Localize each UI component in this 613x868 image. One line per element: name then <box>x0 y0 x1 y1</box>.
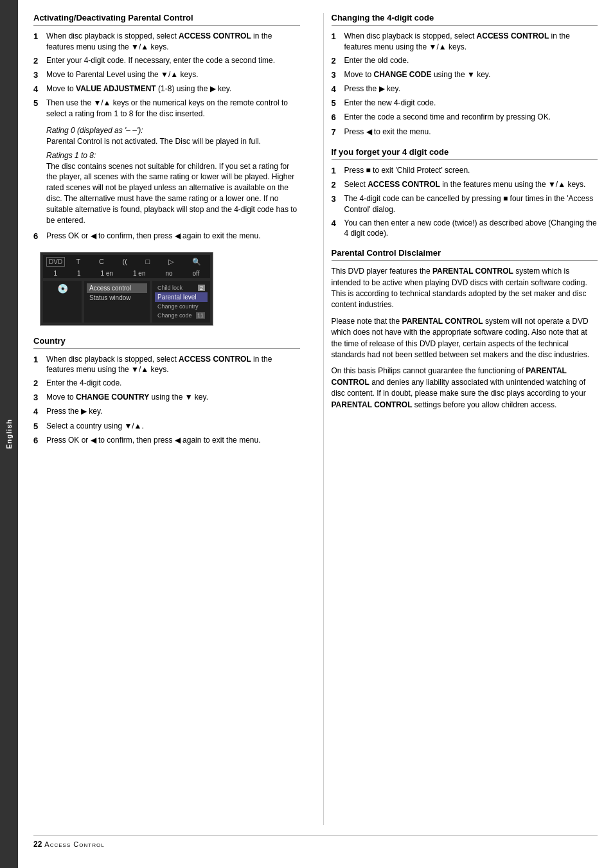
list-item: 2 Enter your 4-digit code. If necessary,… <box>33 55 300 67</box>
step-num: 4 <box>33 406 46 418</box>
section-forget-code-title: If you forget your 4 digit code <box>332 147 598 160</box>
dvd-icons-row: T C (( □ ▷ 🔍 <box>70 258 207 266</box>
step-text: Press the ▶ key. <box>344 84 400 95</box>
section-disclaimer-title: Parental Control Disclaimer <box>332 248 598 261</box>
main-content: Activating/Deactivating Parental Control… <box>18 0 613 868</box>
dvd-val-1: 1 <box>53 270 57 277</box>
step-text: The 4-digit code can be cancelled by pre… <box>344 193 598 215</box>
step-num: 3 <box>33 392 46 403</box>
disclaimer-para-3: On this basis Philips cannot guarantee t… <box>332 366 598 411</box>
list-item: 3 The 4-digit code can be cancelled by p… <box>332 193 598 215</box>
dvd-menu-body: 💿 Access control Status window Child loc… <box>43 281 210 323</box>
rating-note-0: Rating 0 (displayed as '– –'): Parental … <box>46 126 300 147</box>
section-change-code: Changing the 4-digit code 1 When disc pl… <box>332 13 598 138</box>
dvd-submenu-change-country: Change country <box>155 302 208 311</box>
list-item: 1 Press ■ to exit 'Child Protect' screen… <box>332 165 598 177</box>
section-change-code-title: Changing the 4-digit code <box>332 13 598 26</box>
dvd-submenu-change-code: Change code 11 <box>155 311 208 320</box>
step-num: 1 <box>332 31 344 53</box>
list-item: 5 Enter the new 4-digit code. <box>332 98 598 109</box>
list-item: 4 Move to VALUE ADJUSTMENT (1-8) using t… <box>33 84 300 95</box>
disclaimer-para-1: This DVD player features the PARENTAL CO… <box>332 266 598 311</box>
step-num: 4 <box>33 84 46 95</box>
dvd-submenu-child-lock: Child lock 2 <box>155 283 208 292</box>
step-text: When disc playback is stopped, select AC… <box>46 31 300 53</box>
page: English Activating/Deactivating Parental… <box>0 0 613 868</box>
dvd-icon-sub: □ <box>146 258 150 266</box>
dvd-badge-childlock: 2 <box>198 285 205 291</box>
dvd-menu-left-panel: 💿 <box>43 281 82 323</box>
list-item: 5 Select a country using ▼/▲. <box>33 421 300 432</box>
step-num: 6 <box>33 231 46 242</box>
step-text: Press OK or ◀ to confirm, then press ◀ a… <box>46 435 260 447</box>
forget-code-steps-list: 1 Press ■ to exit 'Child Protect' screen… <box>332 165 598 240</box>
step-text: Move to Parental Level using the ▼/▲ key… <box>46 69 199 81</box>
step-num: 5 <box>332 98 344 109</box>
rating-note-0-title: Rating 0 (displayed as '– –'): <box>46 126 300 135</box>
dvd-icon-zoom: 🔍 <box>192 258 201 266</box>
step-num: 1 <box>33 31 46 53</box>
dvd-val-2: 1 <box>77 270 81 277</box>
step-text: Move to VALUE ADJUSTMENT (1-8) using the… <box>46 84 231 95</box>
dvd-disc-icon: 💿 <box>57 283 68 294</box>
step-text: Select ACCESS CONTROL in the features me… <box>344 179 586 191</box>
step-num: 5 <box>33 421 46 432</box>
country-steps-list: 1 When disc playback is stopped, select … <box>33 354 300 447</box>
list-item: 1 When disc playback is stopped, select … <box>332 31 598 53</box>
step-num: 2 <box>332 179 344 191</box>
step-text: Enter the new 4-digit code. <box>344 98 436 109</box>
step-text: Select a country using ▼/▲. <box>46 421 144 432</box>
list-item: 5 Then use the ▼/▲ keys or the numerical… <box>33 98 300 120</box>
dvd-logo-icon: DVD <box>46 257 65 267</box>
dvd-menu-screenshot: DVD T C (( □ ▷ 🔍 1 1 1 en <box>40 252 213 326</box>
rating-note-1-title: Ratings 1 to 8: <box>46 151 300 160</box>
step-num: 4 <box>332 218 344 240</box>
section-country: Country 1 When disc playback is stopped,… <box>33 336 300 447</box>
dvd-val-6: off <box>193 270 200 277</box>
list-item: 4 Press the ▶ key. <box>33 406 300 418</box>
dvd-icon-audio: (( <box>123 258 127 266</box>
rating-note-0-body: Parental Control is not activated. The D… <box>46 136 300 147</box>
section-disclaimer: Parental Control Disclaimer This DVD pla… <box>332 248 598 411</box>
step-num: 4 <box>332 84 344 95</box>
two-column-layout: Activating/Deactivating Parental Control… <box>33 13 598 825</box>
step-text: You can then enter a new code (twice!) a… <box>344 218 598 240</box>
step-num: 5 <box>33 98 46 120</box>
left-column: Activating/Deactivating Parental Control… <box>33 13 308 825</box>
dvd-menu-status-window: Status window <box>87 293 147 303</box>
change-code-steps-list: 1 When disc playback is stopped, select … <box>332 31 598 138</box>
dvd-badge-changecode: 11 <box>196 312 205 319</box>
dvd-menu-values-row: 1 1 1 en 1 en no off <box>43 269 210 278</box>
dvd-menu-top-bar: DVD T C (( □ ▷ 🔍 <box>43 255 210 269</box>
step-text: Press ◀ to exit the menu. <box>344 127 431 138</box>
step-num: 6 <box>332 112 344 123</box>
step-text: Move to CHANGE CODE using the ▼ key. <box>344 69 491 81</box>
section-activating: Activating/Deactivating Parental Control… <box>33 13 300 243</box>
dvd-val-3: 1 en <box>101 270 113 277</box>
page-number: 22 <box>33 840 42 849</box>
list-item: 6 Enter the code a second time and recon… <box>332 112 598 123</box>
list-item: 3 Move to CHANGE CODE using the ▼ key. <box>332 69 598 81</box>
footer-section-title: Access Control <box>44 840 104 848</box>
list-item: 2 Enter the 4-digit code. <box>33 378 300 389</box>
step-text: Move to CHANGE COUNTRY using the ▼ key. <box>46 392 208 403</box>
activating-steps-list: 1 When disc playback is stopped, select … <box>33 31 300 120</box>
step-num: 3 <box>33 69 46 81</box>
dvd-val-5: no <box>165 270 172 277</box>
step-num: 1 <box>332 165 344 177</box>
dvd-menu-right-panel: Child lock 2 Parental level Change count… <box>152 281 210 323</box>
dvd-submenu-parental-level: Parental level <box>155 292 208 302</box>
dvd-icon-play: ▷ <box>168 258 173 266</box>
dvd-menu-center-panel: Access control Status window <box>84 281 150 323</box>
rating-note-1-body: The disc contains scenes not suitable fo… <box>46 161 300 226</box>
right-column: Changing the 4-digit code 1 When disc pl… <box>323 13 598 825</box>
step-text: Enter the old code. <box>344 55 409 67</box>
step-num: 2 <box>332 55 344 67</box>
step-text: When disc playback is stopped, select AC… <box>46 354 300 376</box>
list-item: 6 Press OK or ◀ to confirm, then press ◀… <box>33 231 300 242</box>
list-item: 7 Press ◀ to exit the menu. <box>332 127 598 138</box>
step-text: Enter the code a second time and reconfi… <box>344 112 551 123</box>
section-forget-code: If you forget your 4 digit code 1 Press … <box>332 147 598 240</box>
disclaimer-para-2: Please note that the PARENTAL CONTROL sy… <box>332 316 598 361</box>
activating-step6-list: 6 Press OK or ◀ to confirm, then press ◀… <box>33 231 300 242</box>
